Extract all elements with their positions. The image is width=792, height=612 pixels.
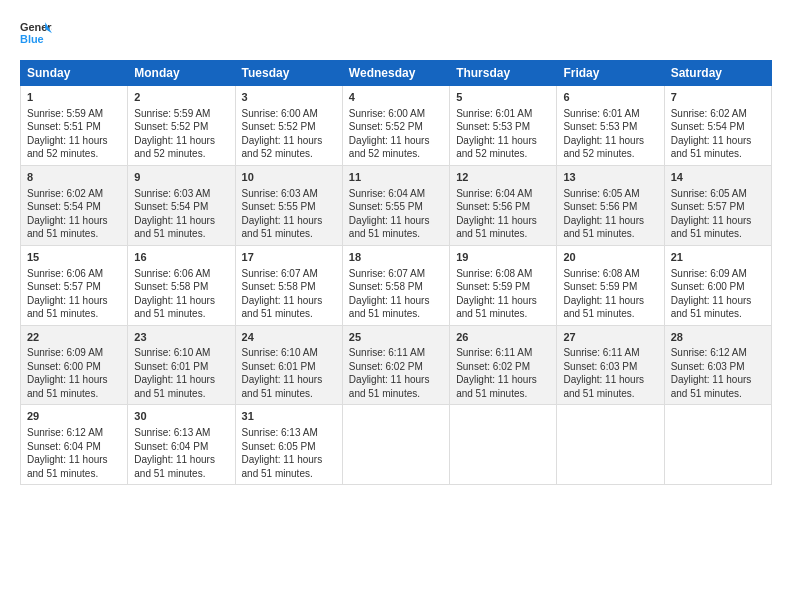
sunset-text: Sunset: 5:59 PM	[456, 281, 530, 292]
daylight-minutes: and 52 minutes.	[134, 148, 205, 159]
sunset-text: Sunset: 5:53 PM	[563, 121, 637, 132]
daylight-minutes: and 52 minutes.	[349, 148, 420, 159]
sunrise-text: Sunrise: 6:00 AM	[242, 108, 318, 119]
day-number: 15	[27, 250, 121, 265]
daylight-minutes: and 51 minutes.	[242, 388, 313, 399]
daylight-minutes: and 51 minutes.	[563, 228, 634, 239]
day-number: 1	[27, 90, 121, 105]
table-row: 14Sunrise: 6:05 AMSunset: 5:57 PMDayligh…	[664, 165, 771, 245]
table-row: 6Sunrise: 6:01 AMSunset: 5:53 PMDaylight…	[557, 86, 664, 166]
logo-icon: General Blue	[20, 18, 52, 50]
sunrise-text: Sunrise: 6:07 AM	[349, 268, 425, 279]
day-number: 25	[349, 330, 443, 345]
daylight-text: Daylight: 11 hours	[27, 454, 108, 465]
sunrise-text: Sunrise: 6:02 AM	[671, 108, 747, 119]
daylight-minutes: and 51 minutes.	[563, 308, 634, 319]
day-number: 30	[134, 409, 228, 424]
table-row: 17Sunrise: 6:07 AMSunset: 5:58 PMDayligh…	[235, 245, 342, 325]
table-row: 15Sunrise: 6:06 AMSunset: 5:57 PMDayligh…	[21, 245, 128, 325]
sunrise-text: Sunrise: 6:13 AM	[242, 427, 318, 438]
sunset-text: Sunset: 6:04 PM	[134, 441, 208, 452]
table-row: 27Sunrise: 6:11 AMSunset: 6:03 PMDayligh…	[557, 325, 664, 405]
daylight-text: Daylight: 11 hours	[563, 295, 644, 306]
daylight-minutes: and 52 minutes.	[563, 148, 634, 159]
daylight-text: Daylight: 11 hours	[134, 215, 215, 226]
daylight-minutes: and 51 minutes.	[27, 308, 98, 319]
daylight-minutes: and 51 minutes.	[134, 388, 205, 399]
day-number: 19	[456, 250, 550, 265]
table-row: 18Sunrise: 6:07 AMSunset: 5:58 PMDayligh…	[342, 245, 449, 325]
table-row: 19Sunrise: 6:08 AMSunset: 5:59 PMDayligh…	[450, 245, 557, 325]
table-row: 3Sunrise: 6:00 AMSunset: 5:52 PMDaylight…	[235, 86, 342, 166]
table-row: 21Sunrise: 6:09 AMSunset: 6:00 PMDayligh…	[664, 245, 771, 325]
sunrise-text: Sunrise: 6:00 AM	[349, 108, 425, 119]
daylight-text: Daylight: 11 hours	[456, 374, 537, 385]
table-row: 28Sunrise: 6:12 AMSunset: 6:03 PMDayligh…	[664, 325, 771, 405]
calendar-week-row: 1Sunrise: 5:59 AMSunset: 5:51 PMDaylight…	[21, 86, 772, 166]
daylight-minutes: and 51 minutes.	[349, 388, 420, 399]
sunrise-text: Sunrise: 6:08 AM	[456, 268, 532, 279]
sunrise-text: Sunrise: 6:06 AM	[134, 268, 210, 279]
sunrise-text: Sunrise: 6:04 AM	[456, 188, 532, 199]
daylight-text: Daylight: 11 hours	[563, 215, 644, 226]
sunrise-text: Sunrise: 6:10 AM	[242, 347, 318, 358]
col-thursday: Thursday	[450, 61, 557, 86]
sunrise-text: Sunrise: 5:59 AM	[134, 108, 210, 119]
table-row: 2Sunrise: 5:59 AMSunset: 5:52 PMDaylight…	[128, 86, 235, 166]
daylight-text: Daylight: 11 hours	[349, 374, 430, 385]
sunset-text: Sunset: 6:01 PM	[242, 361, 316, 372]
table-row: 1Sunrise: 5:59 AMSunset: 5:51 PMDaylight…	[21, 86, 128, 166]
sunrise-text: Sunrise: 6:01 AM	[563, 108, 639, 119]
day-number: 20	[563, 250, 657, 265]
day-number: 31	[242, 409, 336, 424]
day-number: 9	[134, 170, 228, 185]
daylight-text: Daylight: 11 hours	[134, 135, 215, 146]
daylight-minutes: and 51 minutes.	[242, 308, 313, 319]
day-number: 4	[349, 90, 443, 105]
daylight-minutes: and 51 minutes.	[134, 308, 205, 319]
day-number: 18	[349, 250, 443, 265]
day-number: 27	[563, 330, 657, 345]
daylight-text: Daylight: 11 hours	[134, 295, 215, 306]
daylight-minutes: and 51 minutes.	[134, 228, 205, 239]
calendar-week-row: 29Sunrise: 6:12 AMSunset: 6:04 PMDayligh…	[21, 405, 772, 485]
sunrise-text: Sunrise: 6:11 AM	[563, 347, 639, 358]
sunrise-text: Sunrise: 6:07 AM	[242, 268, 318, 279]
daylight-text: Daylight: 11 hours	[242, 374, 323, 385]
sunset-text: Sunset: 5:57 PM	[671, 201, 745, 212]
daylight-minutes: and 51 minutes.	[27, 228, 98, 239]
daylight-minutes: and 51 minutes.	[134, 468, 205, 479]
calendar-week-row: 8Sunrise: 6:02 AMSunset: 5:54 PMDaylight…	[21, 165, 772, 245]
calendar-table: Sunday Monday Tuesday Wednesday Thursday…	[20, 60, 772, 485]
day-number: 26	[456, 330, 550, 345]
sunset-text: Sunset: 5:54 PM	[27, 201, 101, 212]
sunrise-text: Sunrise: 6:11 AM	[456, 347, 532, 358]
day-number: 17	[242, 250, 336, 265]
sunrise-text: Sunrise: 6:12 AM	[27, 427, 103, 438]
table-row	[450, 405, 557, 485]
sunset-text: Sunset: 5:58 PM	[134, 281, 208, 292]
day-number: 23	[134, 330, 228, 345]
sunset-text: Sunset: 5:54 PM	[134, 201, 208, 212]
sunset-text: Sunset: 5:59 PM	[563, 281, 637, 292]
calendar-week-row: 15Sunrise: 6:06 AMSunset: 5:57 PMDayligh…	[21, 245, 772, 325]
table-row: 4Sunrise: 6:00 AMSunset: 5:52 PMDaylight…	[342, 86, 449, 166]
table-row: 30Sunrise: 6:13 AMSunset: 6:04 PMDayligh…	[128, 405, 235, 485]
daylight-minutes: and 51 minutes.	[456, 308, 527, 319]
table-row: 29Sunrise: 6:12 AMSunset: 6:04 PMDayligh…	[21, 405, 128, 485]
day-number: 13	[563, 170, 657, 185]
table-row: 10Sunrise: 6:03 AMSunset: 5:55 PMDayligh…	[235, 165, 342, 245]
sunrise-text: Sunrise: 6:13 AM	[134, 427, 210, 438]
col-saturday: Saturday	[664, 61, 771, 86]
daylight-text: Daylight: 11 hours	[27, 135, 108, 146]
table-row	[342, 405, 449, 485]
day-number: 8	[27, 170, 121, 185]
day-number: 16	[134, 250, 228, 265]
day-number: 24	[242, 330, 336, 345]
daylight-text: Daylight: 11 hours	[671, 135, 752, 146]
sunrise-text: Sunrise: 6:01 AM	[456, 108, 532, 119]
sunset-text: Sunset: 6:05 PM	[242, 441, 316, 452]
sunset-text: Sunset: 5:56 PM	[456, 201, 530, 212]
daylight-text: Daylight: 11 hours	[242, 135, 323, 146]
sunrise-text: Sunrise: 6:05 AM	[671, 188, 747, 199]
